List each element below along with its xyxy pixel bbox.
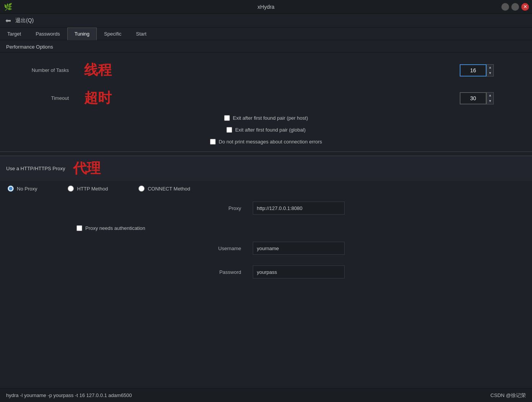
username-field-label: Username [165, 246, 241, 251]
proxy-auth-checkbox[interactable] [76, 225, 82, 231]
password-field[interactable] [253, 265, 345, 278]
password-row: Password [0, 260, 532, 284]
no-print-label: Do not print messages about connection e… [219, 139, 322, 145]
main-content: Performance Options Number of Tasks 线程 1… [0, 40, 532, 387]
tab-tuning[interactable]: Tuning [67, 28, 97, 40]
status-command: hydra -l yourname -p yourpass -t 16 127.… [6, 392, 132, 398]
proxy-auth-label: Proxy needs authentication [85, 225, 145, 231]
proxy-radio-row: No Proxy HTTP Method CONNECT Method [0, 181, 532, 196]
password-field-label: Password [165, 269, 241, 275]
exit-global-checkbox[interactable] [226, 127, 232, 133]
minimize-button[interactable] [501, 3, 509, 11]
username-row: Username [0, 236, 532, 260]
proxy-auth-row: Proxy needs authentication [0, 222, 532, 234]
tab-target[interactable]: Target [0, 28, 28, 40]
timeout-spin-buttons: ▲ ▼ [486, 92, 494, 104]
no-proxy-item: No Proxy [8, 186, 37, 192]
exit-menu-item[interactable]: 退出(Q) [15, 17, 34, 24]
timeout-annotation: 超时 [84, 89, 122, 107]
tab-start[interactable]: Start [129, 28, 154, 40]
no-proxy-label: No Proxy [17, 186, 37, 192]
timeout-spin-down[interactable]: ▼ [487, 98, 493, 104]
proxy-field-label: Proxy [165, 205, 241, 211]
tasks-spinbox-container: 16 ▲ ▼ [460, 64, 494, 76]
connect-method-label: CONNECT Method [148, 186, 190, 192]
window-controls: ✕ [501, 3, 529, 11]
proxy-section-label: Use a HTTP/HTTPS Proxy [6, 166, 65, 171]
tasks-spin-buttons: ▲ ▼ [486, 64, 494, 76]
no-print-row: Do not print messages about connection e… [0, 136, 532, 148]
proxy-annotation: 代理 [73, 159, 101, 178]
http-method-label: HTTP Method [77, 186, 108, 192]
no-proxy-radio[interactable] [8, 186, 14, 192]
menu-bar: ⬅ 退出(Q) [0, 14, 532, 28]
no-print-checkbox[interactable] [210, 139, 216, 145]
exit-global-label: Exit after first found pair (global) [235, 127, 306, 133]
timeout-row: Timeout 超时 30 ▲ ▼ [0, 84, 532, 112]
app-icon: 🌿 [4, 3, 12, 11]
tab-passwords[interactable]: Passwords [28, 28, 67, 40]
title-bar-title: xHydra [257, 4, 274, 10]
username-field[interactable] [253, 242, 345, 255]
tasks-spin-down[interactable]: ▼ [487, 70, 493, 76]
http-method-item: HTTP Method [68, 186, 108, 192]
connect-method-radio[interactable] [138, 186, 145, 192]
status-bar: hydra -l yourname -p yourpass -t 16 127.… [0, 388, 532, 402]
performance-section-header: Performance Options [0, 40, 532, 52]
tasks-spin-up[interactable]: ▲ [487, 65, 493, 70]
exit-per-host-label: Exit after first found pair (per host) [233, 115, 308, 121]
tasks-spinbox[interactable]: 16 [460, 64, 486, 76]
exit-icon: ⬅ [4, 16, 12, 25]
timeout-spinbox[interactable]: 30 [460, 92, 486, 104]
status-right: CSDN @徐记荣 [490, 392, 526, 399]
proxy-input-row: Proxy [0, 196, 532, 220]
title-bar: 🌿 xHydra ✕ [0, 0, 532, 14]
exit-per-host-checkbox[interactable] [224, 115, 230, 121]
proxy-header: Use a HTTP/HTTPS Proxy 代理 [0, 156, 532, 181]
proxy-field[interactable] [253, 202, 345, 215]
tabs-bar: Target Passwords Tuning Specific Start [0, 28, 532, 40]
http-method-radio[interactable] [68, 186, 74, 192]
timeout-label: Timeout [0, 95, 69, 101]
connect-method-item: CONNECT Method [138, 186, 190, 192]
maximize-button[interactable] [511, 3, 519, 11]
exit-per-host-row: Exit after first found pair (per host) [0, 112, 532, 124]
close-button[interactable]: ✕ [521, 3, 529, 11]
exit-global-row: Exit after first found pair (global) [0, 124, 532, 136]
tasks-label: Number of Tasks [0, 67, 69, 73]
proxy-section: Use a HTTP/HTTPS Proxy 代理 No Proxy HTTP … [0, 156, 532, 284]
timeout-spinbox-container: 30 ▲ ▼ [460, 92, 494, 104]
tab-specific[interactable]: Specific [97, 28, 129, 40]
tasks-annotation: 线程 [84, 61, 122, 80]
tasks-row: Number of Tasks 线程 16 ▲ ▼ [0, 56, 532, 84]
timeout-spin-up[interactable]: ▲ [487, 93, 493, 98]
